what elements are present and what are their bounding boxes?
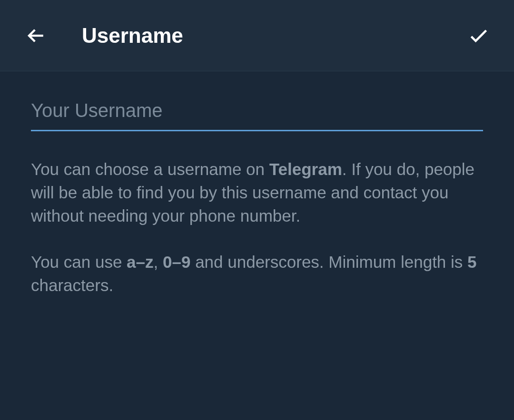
help-text-bold: 5 bbox=[467, 253, 476, 271]
arrow-left-icon bbox=[26, 26, 46, 46]
help-text: You can choose a username on Telegram. I… bbox=[31, 157, 483, 297]
help-text-bold: a–z bbox=[127, 253, 153, 271]
help-text-span: You can choose a username on bbox=[31, 160, 269, 178]
help-paragraph-2: You can use a–z, 0–9 and underscores. Mi… bbox=[31, 250, 483, 297]
input-wrapper bbox=[31, 100, 483, 131]
help-text-bold: 0–9 bbox=[163, 253, 190, 271]
help-text-span: characters. bbox=[31, 276, 113, 294]
back-button[interactable] bbox=[24, 24, 48, 48]
confirm-button[interactable] bbox=[466, 24, 490, 48]
page-title: Username bbox=[82, 24, 466, 48]
username-input[interactable] bbox=[31, 100, 483, 131]
help-text-bold: Telegram bbox=[269, 160, 342, 178]
content-area: You can choose a username on Telegram. I… bbox=[0, 71, 514, 325]
check-icon bbox=[468, 25, 489, 46]
help-text-span: , bbox=[154, 253, 163, 271]
help-paragraph-1: You can choose a username on Telegram. I… bbox=[31, 157, 483, 227]
help-text-span: You can use bbox=[31, 253, 127, 271]
header: Username bbox=[0, 0, 514, 71]
help-text-span: and underscores. Minimum length is bbox=[190, 253, 467, 271]
